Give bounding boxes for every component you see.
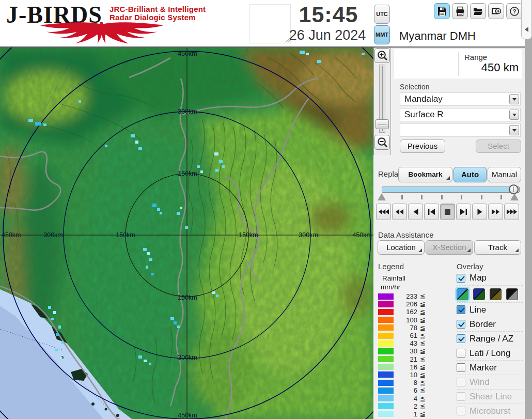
overlay-row-line[interactable]: Line <box>457 302 523 317</box>
bookmark-button[interactable]: Bookmark <box>398 167 452 182</box>
step-forward-button[interactable] <box>456 204 471 220</box>
shear-line-checkbox <box>457 392 465 401</box>
svg-text:150km: 150km <box>178 170 197 177</box>
save-icon <box>437 6 447 17</box>
svg-text:450km: 450km <box>178 50 197 57</box>
panel-collapse-tab[interactable] <box>521 0 532 39</box>
previous-button[interactable]: Previous <box>400 139 445 153</box>
zoom-out-icon <box>377 137 388 148</box>
range-value: 450 km <box>481 61 519 74</box>
data-assistance-label: Data Assistance <box>378 230 434 239</box>
manual-button[interactable]: Manual <box>488 167 521 182</box>
zoom-slider-thumb[interactable] <box>375 119 389 129</box>
add-view-button[interactable] <box>488 3 504 19</box>
fast-rewind-button[interactable] <box>376 204 391 220</box>
product-dropdown[interactable]: Surface R <box>400 108 521 121</box>
eagle-logo-icon <box>4 21 199 45</box>
mmt-button[interactable]: MMT <box>374 25 390 44</box>
marker-checkbox[interactable] <box>457 363 465 372</box>
dropdown-arrow-icon[interactable] <box>509 125 519 135</box>
rewind-icon <box>396 209 403 215</box>
open-folder-icon <box>473 6 483 17</box>
selection-label: Selection <box>400 83 430 91</box>
svg-text:300km: 300km <box>178 354 197 361</box>
radar-map[interactable]: 450km 300km 150km 150km 300km 450km 450k… <box>0 48 373 419</box>
svg-text:300km: 300km <box>299 231 318 239</box>
auto-button[interactable]: Auto <box>453 167 487 182</box>
dropdown-arrow-icon[interactable] <box>509 110 519 120</box>
legend-label: Legend <box>378 262 404 271</box>
print-button[interactable] <box>452 3 468 19</box>
overlay-row-marker[interactable]: Marker <box>457 360 523 375</box>
play-icon <box>477 209 482 215</box>
replay-tick <box>461 195 462 199</box>
legend-row: 233≦ <box>378 292 426 300</box>
map-style-row <box>457 285 523 302</box>
track-button[interactable]: Track <box>474 240 521 255</box>
svg-text:150km: 150km <box>178 294 197 301</box>
legend-row: 100≦ <box>378 316 426 324</box>
overlay-row-wind: Wind <box>457 375 523 389</box>
replay-end-marker-icon <box>510 193 519 200</box>
replay-tick <box>421 195 423 199</box>
skip-end-button[interactable] <box>504 204 519 220</box>
overlay-row-range-az[interactable]: Range / AZ <box>457 331 523 346</box>
rewind-button[interactable] <box>392 204 407 220</box>
overlay-row-microburst: Microburst <box>457 404 523 418</box>
svg-text:450km: 450km <box>2 231 21 239</box>
jbirds-logo-subtitle: JRC-Brilliant & Intelligent Radar Dialog… <box>109 5 206 22</box>
overlay-row-border[interactable]: Border <box>457 317 523 331</box>
map-style-swatch[interactable] <box>473 288 485 300</box>
legend-row: 6≦ <box>378 386 426 394</box>
header-bar: J-BIRDS JRC-Brilliant & Intelligent Rada… <box>0 0 532 48</box>
stop-icon <box>445 209 450 215</box>
map-style-swatch[interactable] <box>457 288 468 300</box>
replay-start-marker-icon <box>378 193 386 200</box>
overlay-row-lati-long[interactable]: Lati / Long <box>457 346 523 360</box>
zoom-out-button[interactable] <box>374 135 390 150</box>
stop-button[interactable] <box>440 204 455 220</box>
map-style-swatch[interactable] <box>506 288 518 300</box>
legend-row: 2≦ <box>378 402 426 410</box>
fast-forward-icon <box>492 209 499 215</box>
svg-text:300km: 300km <box>43 231 63 239</box>
legend-row: 162≦ <box>378 308 426 316</box>
play-reverse-button[interactable] <box>408 204 423 220</box>
help-button[interactable]: ? <box>506 3 522 19</box>
svg-text:300km: 300km <box>178 108 197 115</box>
zoom-in-button[interactable] <box>374 48 390 63</box>
map-checkbox[interactable] <box>457 274 465 283</box>
wind-checkbox <box>457 378 465 386</box>
clock-time: 15:45 <box>288 2 369 27</box>
fast-forward-button[interactable] <box>488 204 503 220</box>
lati-long-checkbox[interactable] <box>457 349 465 358</box>
add-view-icon <box>491 6 502 17</box>
xsection-button[interactable]: X-Section <box>426 240 473 255</box>
panel-splitter[interactable] <box>525 0 532 419</box>
map-style-swatch[interactable] <box>490 288 502 300</box>
utc-button[interactable]: UTC <box>374 5 390 24</box>
save-button[interactable] <box>434 3 450 19</box>
play-reverse-icon <box>413 209 418 215</box>
replay-tick <box>401 195 403 199</box>
dropdown-arrow-icon[interactable] <box>509 94 519 104</box>
open-folder-button[interactable] <box>470 3 486 19</box>
legend-row: 10≦ <box>378 371 426 379</box>
legend-row: 21≦ <box>378 355 426 363</box>
location-button[interactable]: Location <box>378 240 425 255</box>
border-checkbox[interactable] <box>457 320 465 329</box>
overlay-row-map[interactable]: Map <box>457 271 523 285</box>
select-button[interactable]: Select <box>476 139 521 153</box>
svg-text:150km: 150km <box>116 231 135 239</box>
replay-tick <box>481 195 482 199</box>
replay-tick <box>500 195 502 199</box>
station-name: Myanmar DMH <box>394 26 522 46</box>
legend-row: 4≦ <box>378 394 426 402</box>
site-dropdown[interactable]: Mandalay <box>400 92 521 106</box>
play-button[interactable] <box>472 204 487 220</box>
option-dropdown[interactable] <box>400 123 521 137</box>
replay-progress-track[interactable] <box>382 187 520 193</box>
range-az-checkbox[interactable] <box>457 334 465 343</box>
step-back-button[interactable] <box>424 204 439 220</box>
line-checkbox[interactable] <box>457 305 465 314</box>
